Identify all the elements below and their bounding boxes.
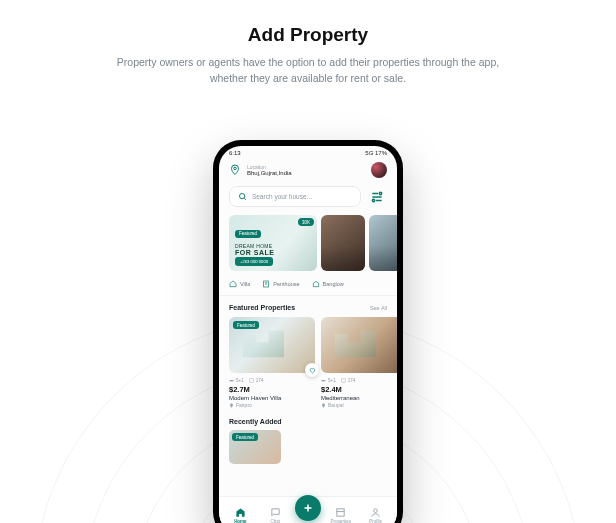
svg-point-0 (234, 167, 237, 170)
status-time: 6:13 (229, 150, 241, 156)
favorite-button[interactable] (305, 363, 319, 377)
plus-icon (302, 502, 314, 514)
heart-icon (309, 367, 316, 374)
featured-heading: Featured Properties (229, 304, 295, 311)
filter-icon (370, 190, 384, 204)
profile-icon (370, 507, 381, 518)
chat-icon (270, 507, 281, 518)
property-name: Mediterranean (321, 395, 397, 401)
status-indicators: 5G 17% (365, 150, 387, 156)
pin-icon (229, 403, 234, 408)
property-card[interactable]: Featured 5+1 174 $2.7M Modern Haven Vill… (229, 317, 315, 408)
add-property-button[interactable] (295, 495, 321, 521)
bed-icon (229, 378, 234, 383)
banner-carousel[interactable]: Featured 30K DREAM HOMEFOR SALE +263 000… (219, 215, 397, 271)
location-value: Bhuj,Gujrat,India (247, 170, 365, 176)
svg-rect-7 (322, 380, 326, 381)
svg-point-2 (379, 192, 381, 194)
page-title: Add Property (0, 24, 616, 46)
area-icon (249, 378, 254, 383)
category-tabs: Villa Penthouse Banglow (219, 280, 397, 296)
banner-price: 30K (298, 218, 314, 226)
svg-rect-5 (230, 380, 234, 381)
nav-home[interactable]: Home (225, 507, 255, 523)
search-icon (238, 192, 247, 201)
svg-point-10 (374, 509, 378, 513)
property-price: $2.4M (321, 385, 397, 394)
banner-card-2[interactable] (321, 215, 365, 271)
banner-cta: +263 000 0000 (235, 257, 273, 266)
property-location: Baupal (321, 402, 397, 408)
svg-rect-6 (249, 379, 252, 382)
recent-card[interactable]: Featured (229, 430, 281, 464)
phone-mockup: 6:13 5G 17% Location Bhuj,Gujrat,India S… (213, 140, 403, 523)
avatar[interactable] (371, 162, 387, 178)
bed-icon (321, 378, 326, 383)
nav-properties[interactable]: Properties (326, 507, 356, 523)
svg-rect-8 (341, 379, 344, 382)
penthouse-icon (262, 280, 270, 288)
featured-list: Featured 5+1 174 $2.7M Modern Haven Vill… (219, 317, 397, 408)
svg-point-1 (240, 194, 245, 199)
search-input[interactable]: Search your house... (229, 186, 361, 207)
property-card[interactable]: 5+1 174 $2.4M Mediterranean Baupal (321, 317, 397, 408)
status-bar: 6:13 5G 17% (219, 146, 397, 158)
properties-icon (335, 507, 346, 518)
search-placeholder: Search your house... (252, 193, 312, 200)
bottom-nav: Home Chat Properties Profile (219, 496, 397, 523)
nav-chat[interactable]: Chat (260, 507, 290, 523)
filter-button[interactable] (367, 187, 387, 207)
banner-card-main[interactable]: Featured 30K DREAM HOMEFOR SALE +263 000… (229, 215, 317, 271)
featured-badge: Featured (235, 230, 261, 238)
property-price: $2.7M (229, 385, 315, 394)
featured-badge: Featured (232, 433, 258, 441)
property-location: Fairpro (229, 402, 315, 408)
nav-profile[interactable]: Profile (361, 507, 391, 523)
villa-icon (229, 280, 237, 288)
page-subtitle: Property owners or agents have the optio… (98, 54, 518, 87)
banner-title: DREAM HOMEFOR SALE (235, 243, 311, 256)
category-villa[interactable]: Villa (229, 280, 250, 288)
area-icon (341, 378, 346, 383)
svg-point-3 (372, 199, 374, 201)
category-banglow[interactable]: Banglow (312, 280, 344, 288)
property-name: Modern Haven Villa (229, 395, 315, 401)
recent-heading: Recently Added (229, 418, 387, 425)
featured-badge: Featured (233, 321, 259, 329)
category-penthouse[interactable]: Penthouse (262, 280, 299, 288)
banner-card-3[interactable] (369, 215, 397, 271)
pin-icon (321, 403, 326, 408)
location-pin-icon (229, 164, 241, 176)
location-row[interactable]: Location Bhuj,Gujrat,India (219, 158, 397, 182)
app-screen: 6:13 5G 17% Location Bhuj,Gujrat,India S… (219, 146, 397, 523)
svg-rect-9 (337, 509, 344, 516)
see-all-link[interactable]: See All (370, 305, 387, 311)
banglow-icon (312, 280, 320, 288)
home-icon (235, 507, 246, 518)
